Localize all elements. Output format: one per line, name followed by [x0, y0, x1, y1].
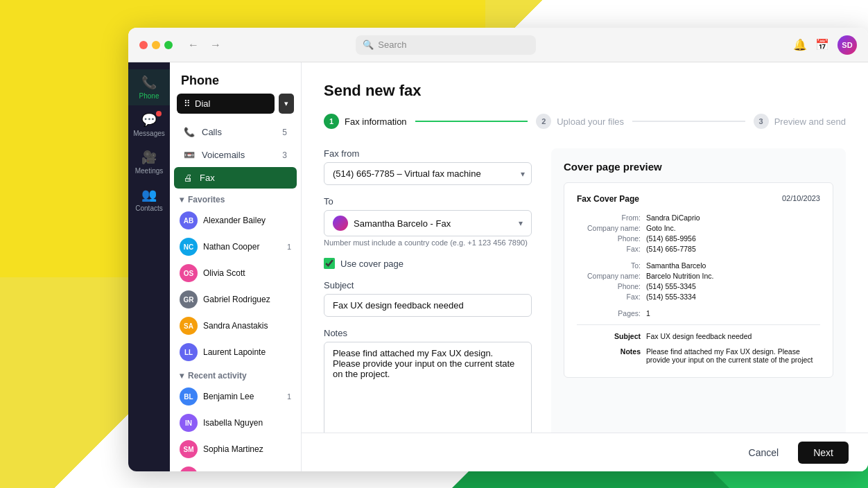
sidebar-item-fax[interactable]: 🖨 Fax: [174, 167, 297, 189]
calendar-icon[interactable]: 📅: [815, 38, 829, 51]
form-title: Send new fax: [324, 82, 846, 100]
dial-button[interactable]: ⠿ Dial: [177, 94, 275, 114]
dial-chevron-button[interactable]: ▾: [279, 94, 294, 114]
cover-preview-title: Cover page preview: [564, 161, 833, 173]
step-1-label: Fax information: [345, 116, 407, 127]
contact-alexander-bailey[interactable]: AB Alexander Bailey: [170, 207, 301, 234]
form-body: Fax from (514) 665-7785 – Virtual fax ma…: [324, 148, 846, 433]
cover-to-company-value: Barcelo Nutrition Inc.: [646, 272, 713, 280]
to-field[interactable]: Samantha Barcelo - Fax ▾: [324, 210, 532, 236]
recent-chevron: ▾: [180, 371, 184, 381]
cover-pages-row: Pages: 1: [577, 309, 820, 317]
back-button[interactable]: ←: [185, 37, 202, 53]
voicemails-count: 3: [282, 150, 287, 160]
minimize-button[interactable]: [152, 41, 160, 49]
forward-button[interactable]: →: [207, 37, 224, 53]
nav-item-phone[interactable]: 📞 Phone: [128, 69, 170, 105]
cover-notes-value: Please find attached my Fax UX design. P…: [646, 347, 820, 364]
contact-laurent-lapointe[interactable]: LL Laurent Lapointe: [170, 339, 301, 365]
step-1: 1 Fax information: [324, 114, 407, 129]
avatar-os2: OS: [180, 467, 198, 471]
close-button[interactable]: [139, 41, 148, 49]
fax-from-label: Fax from: [324, 148, 532, 159]
avatar-sa: SA: [180, 317, 198, 335]
footer-bar: Cancel Next: [302, 433, 868, 471]
subject-input[interactable]: [324, 294, 532, 317]
to-avatar: [333, 216, 348, 231]
notes-label: Notes: [324, 328, 532, 338]
main-content: Send new fax 1 Fax information 2: [302, 62, 868, 471]
form-container: Send new fax 1 Fax information 2: [302, 62, 868, 433]
next-button[interactable]: Next: [798, 442, 849, 464]
cover-divider: [577, 324, 820, 325]
to-hint: Number must include a country code (e.g.…: [324, 238, 532, 247]
contact-name-os: Olivia Scott: [203, 268, 291, 278]
contacts-icon: 👥: [141, 187, 157, 202]
search-text: Search: [378, 40, 406, 50]
cover-page-checkbox[interactable]: [324, 258, 335, 269]
recent-name-os2: Olivia Scott: [203, 471, 291, 471]
step-1-num: 1: [329, 117, 333, 125]
avatar-ll: LL: [180, 343, 198, 361]
nav-label-messages: Messages: [133, 130, 165, 137]
browser-window: ← → 🔍 Search 🔔 📅 SD 📞 Phone 💬 Messages: [128, 28, 868, 471]
nav-item-contacts[interactable]: 👥 Contacts: [128, 182, 170, 218]
contact-name-ll: Laurent Lapointe: [203, 347, 291, 357]
fax-from-select[interactable]: (514) 665-7785 – Virtual fax machine: [324, 162, 532, 185]
recent-benjamin-lee-1[interactable]: BL Benjamin Lee 1: [170, 383, 301, 410]
recent-name-bl1: Benjamin Lee: [203, 392, 281, 401]
traffic-lights: [139, 41, 173, 49]
nav-buttons: ← →: [185, 37, 224, 53]
nav-item-messages[interactable]: 💬 Messages: [128, 107, 170, 143]
step-2: 2 Upload your files: [536, 114, 624, 129]
contact-sandra-anastakis[interactable]: SA Sandra Anastakis: [170, 313, 301, 339]
left-nav: 📞 Phone 💬 Messages 🎥 Meetings 👥 Contacts: [128, 62, 170, 471]
avatar-os: OS: [180, 264, 198, 282]
contact-name-sa: Sandra Anastakis: [203, 321, 291, 331]
cover-pages-label: Pages:: [577, 309, 646, 317]
voicemails-label: Voicemails: [202, 150, 245, 160]
recent-isabella-nguyen[interactable]: IN Isabella Nguyen: [170, 410, 301, 436]
to-field-group: To Samantha Barcelo - Fax ▾ Number must …: [324, 196, 532, 247]
fax-icon: 🖨: [184, 173, 193, 183]
cover-subject-value: Fax UX design feedback needed: [646, 332, 752, 340]
nav-label-phone: Phone: [139, 92, 159, 100]
contact-gabriel-rodriguez[interactable]: GR Gabriel Rodriguez: [170, 286, 301, 313]
step-2-label: Upload your files: [557, 116, 624, 127]
cover-date: 02/10/2023: [782, 194, 820, 202]
meetings-icon: 🎥: [141, 150, 157, 165]
cover-subject-label: Subject: [577, 332, 646, 340]
calls-icon: 📞: [184, 127, 195, 137]
notification-icon[interactable]: 🔔: [793, 38, 807, 51]
contact-olivia-scott[interactable]: OS Olivia Scott: [170, 260, 301, 286]
cover-notes-label: Notes: [577, 347, 646, 364]
nav-item-meetings[interactable]: 🎥 Meetings: [128, 144, 170, 180]
search-icon: 🔍: [363, 40, 374, 50]
cover-from-label: From:: [577, 214, 646, 222]
sidebar-title: Phone: [170, 62, 301, 94]
recent-olivia-scott-2[interactable]: OS Olivia Scott: [170, 462, 301, 471]
cover-fax-value: (514) 665-7785: [646, 245, 696, 253]
notes-textarea[interactable]: Please find attached my Fax UX design. P…: [324, 342, 532, 433]
step-1-circle: 1: [324, 114, 339, 129]
cancel-button[interactable]: Cancel: [738, 442, 790, 464]
user-avatar[interactable]: SD: [837, 35, 857, 55]
maximize-button[interactable]: [164, 41, 173, 49]
sidebar-item-calls[interactable]: 📞 Calls 5: [174, 121, 297, 143]
avatar-ab: AB: [180, 211, 198, 229]
cover-to-label: To:: [577, 261, 646, 270]
recent-count-bl1: 1: [287, 392, 291, 401]
cover-to-value: Samantha Barcelo: [646, 261, 706, 270]
favorites-label: Favorites: [188, 195, 225, 204]
contact-nathan-cooper[interactable]: NC Nathan Cooper 1: [170, 234, 301, 260]
cover-preview-panel: Cover page preview Fax Cover Page 02/10/…: [551, 148, 846, 433]
search-bar[interactable]: 🔍 Search: [356, 35, 536, 55]
sidebar-item-voicemails[interactable]: 📼 Voicemails 3: [174, 144, 297, 166]
fax-from-select-wrapper: (514) 665-7785 – Virtual fax machine ▾: [324, 162, 532, 185]
sidebar: Phone ⠿ Dial ▾ 📞 Calls 5 📼 Voicemails 3: [170, 62, 302, 471]
recent-sophia-martinez[interactable]: SM Sophia Martinez: [170, 436, 301, 462]
cover-phone-label: Phone:: [577, 234, 646, 243]
avatar-nc: NC: [180, 238, 198, 256]
cover-to-fax-value: (514) 555-3334: [646, 293, 696, 301]
step-line-1: [415, 121, 528, 122]
